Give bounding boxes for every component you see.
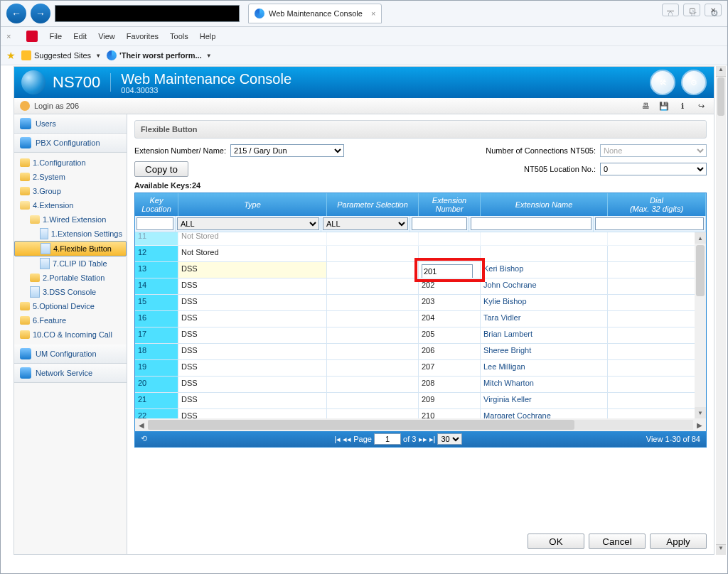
scroll-up-icon[interactable]: ▲	[695, 232, 706, 244]
col-key[interactable]: Key Location	[135, 193, 178, 216]
col-type[interactable]: Type	[178, 193, 327, 216]
filter-dial-input[interactable]	[595, 217, 704, 230]
page-icon	[40, 228, 48, 239]
copy-to-button[interactable]: Copy to	[134, 161, 188, 177]
cancel-button[interactable]: Cancel	[589, 534, 646, 549]
address-input[interactable]	[55, 5, 240, 22]
cell-dial	[608, 262, 706, 278]
cell-key: 13	[135, 262, 178, 278]
tab-close-icon[interactable]: ×	[371, 9, 375, 18]
toolbar-close-icon[interactable]: ×	[6, 32, 11, 40]
window-maximize-icon[interactable]: ▢	[683, 4, 700, 16]
table-row[interactable]: 20DSS208Mitch Wharton	[135, 377, 706, 393]
sidebar-section-users[interactable]: Users	[14, 114, 127, 134]
page-vertical-scrollbar[interactable]: ▲ ▼	[716, 66, 726, 555]
sidebar-section-um[interactable]: UM Configuration	[14, 345, 127, 364]
menu-favorites[interactable]: Favorites	[127, 32, 159, 40]
table-row[interactable]: 17DSS205Brian Lambert	[135, 327, 706, 344]
tree-extension-settings[interactable]: 1.Extension Settings	[14, 227, 127, 241]
ext-number-input[interactable]	[422, 264, 473, 278]
bookmark-link[interactable]: 'Their worst perform...▼	[107, 50, 212, 60]
save-icon[interactable]: 💾	[657, 99, 671, 112]
scroll-thumb[interactable]	[717, 77, 724, 116]
scroll-left-icon[interactable]: ◀	[135, 421, 148, 429]
info-icon[interactable]: ℹ	[675, 99, 690, 112]
extension-select[interactable]: 215 / Gary Dun	[230, 144, 344, 157]
scroll-thumb[interactable]	[148, 420, 574, 430]
tree-portable-station[interactable]: 2.Portable Station	[14, 271, 127, 285]
logout-icon[interactable]: ↪	[694, 99, 708, 112]
table-row[interactable]: 18DSS206Sheree Bright	[135, 344, 706, 360]
filter-type-select[interactable]: ALL	[177, 217, 319, 230]
col-name[interactable]: Extension Name	[481, 193, 608, 216]
browser-tab[interactable]: Web Maintenance Console ×	[248, 4, 382, 23]
tree-clip-id[interactable]: 7.CLIP ID Table	[14, 256, 127, 271]
table-row[interactable]: 19DSS207Lee Milligan	[135, 360, 706, 377]
nav-forward-button[interactable]: →	[31, 4, 50, 23]
tree-optional-device[interactable]: 5.Optional Device	[14, 299, 127, 313]
grid-horizontal-scrollbar[interactable]: ◀ ▶	[135, 418, 706, 431]
refresh-icon[interactable]: ⟲	[141, 434, 151, 444]
ie-icon	[107, 50, 117, 60]
lastpass-icon[interactable]	[26, 31, 38, 42]
tree-configuration[interactable]: 1.Configuration	[14, 156, 127, 170]
scroll-right-icon[interactable]: ▶	[693, 421, 706, 429]
scroll-down-icon[interactable]: ▼	[695, 407, 706, 418]
window-minimize-icon[interactable]: —	[662, 4, 679, 16]
cell-param	[327, 295, 419, 310]
setup-button[interactable]: ⚙	[681, 70, 707, 95]
window-close-icon[interactable]: ✕	[705, 4, 722, 16]
menu-file[interactable]: File	[49, 32, 62, 40]
add-favorite-icon[interactable]: ★	[6, 50, 16, 61]
table-row[interactable]: 22DSS210Margaret Cochrane	[135, 409, 706, 418]
col-parameter[interactable]: Parameter Selection	[327, 193, 419, 216]
ok-button[interactable]: OK	[528, 534, 584, 549]
menu-help[interactable]: Help	[200, 32, 216, 40]
filter-name-input[interactable]	[471, 217, 592, 230]
tree-extension[interactable]: 4.Extension	[14, 198, 127, 212]
tree-dss-console[interactable]: 3.DSS Console	[14, 285, 127, 299]
pager-next-icon[interactable]: ▸▸	[419, 435, 427, 443]
menu-view[interactable]: View	[98, 32, 115, 40]
suggested-sites-link[interactable]: Suggested Sites▼	[21, 50, 101, 60]
sidebar-section-pbx[interactable]: PBX Configuration	[14, 134, 127, 153]
sidebar-section-network[interactable]: Network Service	[14, 364, 127, 383]
col-dial[interactable]: Dial(Max. 32 digits)	[608, 193, 706, 216]
tree-wired-extension[interactable]: 1.Wired Extension	[14, 212, 127, 227]
filter-ext-input[interactable]	[412, 217, 467, 230]
folder-icon	[20, 173, 30, 181]
apply-button[interactable]: Apply	[650, 534, 707, 549]
table-row[interactable]: 13DSSKeri Bishop	[135, 262, 706, 278]
print-icon[interactable]: 🖶	[638, 99, 653, 112]
filter-param-select[interactable]: ALL	[323, 217, 408, 230]
location-select[interactable]: 0	[600, 163, 707, 175]
cell-dial	[608, 327, 706, 343]
tree-feature[interactable]: 6.Feature	[14, 313, 127, 327]
pager-prev-icon[interactable]: ◂◂	[343, 435, 351, 443]
scroll-thumb[interactable]	[696, 245, 705, 296]
pager-page-input[interactable]	[374, 433, 401, 445]
table-row[interactable]: 12Not Stored	[135, 246, 706, 262]
pager-last-icon[interactable]: ▸|	[429, 435, 436, 443]
filter-key-input[interactable]	[136, 217, 173, 230]
pager-first-icon[interactable]: |◂	[334, 435, 341, 443]
table-row[interactable]: 16DSS204Tara Vidler	[135, 311, 706, 327]
nav-back-button[interactable]: ←	[6, 4, 26, 23]
tree-flexible-button[interactable]: 4.Flexible Button	[14, 241, 127, 256]
pager-pagesize-select[interactable]: 30	[437, 433, 462, 445]
scroll-up-icon[interactable]: ▲	[716, 66, 726, 77]
tree-co-incoming[interactable]: 10.CO & Incoming Call	[14, 327, 127, 342]
col-extension[interactable]: Extension Number	[419, 193, 481, 216]
connections-select[interactable]: None	[600, 144, 707, 157]
tree-system[interactable]: 2.System	[14, 170, 127, 184]
menu-edit[interactable]: Edit	[73, 32, 87, 40]
table-row[interactable]: 14DSS202John Cochrane	[135, 278, 706, 295]
table-row[interactable]: 15DSS203Kylie Bishop	[135, 295, 706, 311]
menu-tools[interactable]: Tools	[170, 32, 188, 40]
table-row[interactable]: 11Not Stored	[135, 232, 706, 246]
tree-group[interactable]: 3.Group	[14, 184, 127, 198]
table-row[interactable]: 21DSS209Virginia Keller	[135, 393, 706, 409]
grid-vertical-scrollbar[interactable]: ▲ ▼	[695, 232, 706, 418]
scroll-down-icon[interactable]: ▼	[716, 544, 726, 555]
tools-button[interactable]: 🛠	[650, 70, 675, 95]
